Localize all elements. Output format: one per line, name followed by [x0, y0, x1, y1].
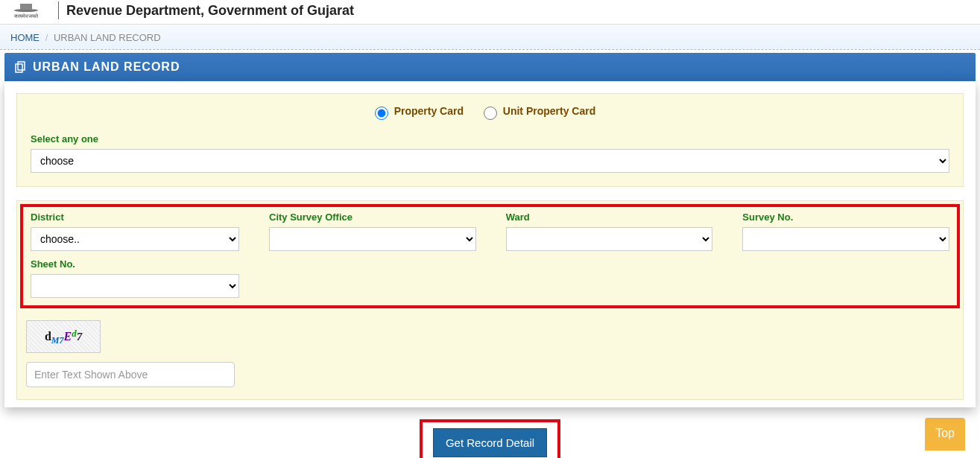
header-divider — [58, 1, 59, 19]
breadcrumb: HOME / URBAN LAND RECORD — [10, 32, 970, 43]
district-col: District choose.. — [31, 211, 239, 251]
survey-dropdown[interactable] — [742, 227, 949, 251]
national-emblem-icon: सत्यमेव जयते — [7, 1, 45, 19]
captcha-area: d M7 E d 7 — [20, 320, 960, 387]
radio-property-card[interactable] — [375, 106, 388, 120]
panel-header: URBAN LAND RECORD — [4, 53, 976, 81]
captcha-image: d M7 E d 7 — [26, 320, 101, 353]
captcha-char-2: M7 — [51, 335, 64, 346]
svg-rect-3 — [16, 64, 22, 72]
survey-col: Survey No. — [742, 211, 949, 251]
captcha-input[interactable] — [26, 362, 235, 387]
breadcrumb-current: URBAN LAND RECORD — [54, 32, 161, 43]
cso-label: City Survey Office — [269, 211, 476, 223]
submit-highlight: Get Record Detail — [420, 419, 560, 458]
breadcrumb-bar: HOME / URBAN LAND RECORD — [0, 25, 980, 50]
card-type-box: Property Card Unit Property Card Select … — [16, 93, 964, 187]
copy-icon — [15, 61, 27, 73]
captcha-char-3: E — [63, 330, 72, 343]
breadcrumb-sep: / — [45, 32, 48, 43]
sheet-dropdown[interactable] — [31, 274, 239, 298]
district-label: District — [31, 211, 239, 223]
card-type-radios: Property Card Unit Property Card — [31, 104, 949, 120]
main-panel: URBAN LAND RECORD Property Card Unit Pro… — [4, 53, 976, 458]
filters-row-1: District choose.. City Survey Office War… — [31, 211, 949, 251]
emblem-caption: सत्यमेव जयते — [14, 13, 39, 19]
select-any-label: Select any one — [31, 133, 949, 144]
radio-unit-property-card-label[interactable]: Unit Property Card — [480, 105, 595, 117]
filters-highlight: District choose.. City Survey Office War… — [20, 204, 960, 308]
sheet-col: Sheet No. — [31, 258, 239, 298]
radio-unit-property-card[interactable] — [484, 106, 497, 120]
site-title: Revenue Department, Government of Gujara… — [66, 3, 354, 19]
filters-box: District choose.. City Survey Office War… — [16, 200, 964, 400]
district-dropdown[interactable]: choose.. — [31, 227, 239, 251]
svg-rect-2 — [18, 62, 25, 70]
captcha-char-1: d — [45, 330, 51, 343]
get-record-detail-button[interactable]: Get Record Detail — [433, 428, 547, 457]
radio-property-card-label[interactable]: Property Card — [371, 105, 467, 117]
ward-label: Ward — [506, 211, 713, 223]
cso-col: City Survey Office — [269, 211, 476, 251]
submit-wrap: Get Record Detail — [4, 419, 976, 458]
panel-title: URBAN LAND RECORD — [33, 60, 180, 74]
survey-label: Survey No. — [742, 211, 949, 223]
top-header: सत्यमेव जयते Revenue Department, Governm… — [0, 0, 980, 25]
radio-unit-property-card-text: Unit Property Card — [503, 105, 595, 117]
svg-rect-1 — [20, 4, 32, 10]
sheet-label: Sheet No. — [31, 258, 239, 270]
ward-dropdown[interactable] — [506, 227, 713, 251]
filters-row-2: Sheet No. — [31, 258, 949, 298]
breadcrumb-home[interactable]: HOME — [10, 32, 39, 43]
radio-property-card-text: Property Card — [394, 105, 464, 117]
captcha-char-5: 7 — [77, 331, 83, 343]
scroll-top-button[interactable]: Top — [925, 418, 965, 451]
captcha-char-4: d — [72, 328, 77, 340]
cso-dropdown[interactable] — [269, 227, 476, 251]
panel-body: Property Card Unit Property Card Select … — [4, 81, 976, 407]
ward-col: Ward — [506, 211, 713, 251]
select-any-dropdown[interactable]: choose — [31, 149, 949, 173]
